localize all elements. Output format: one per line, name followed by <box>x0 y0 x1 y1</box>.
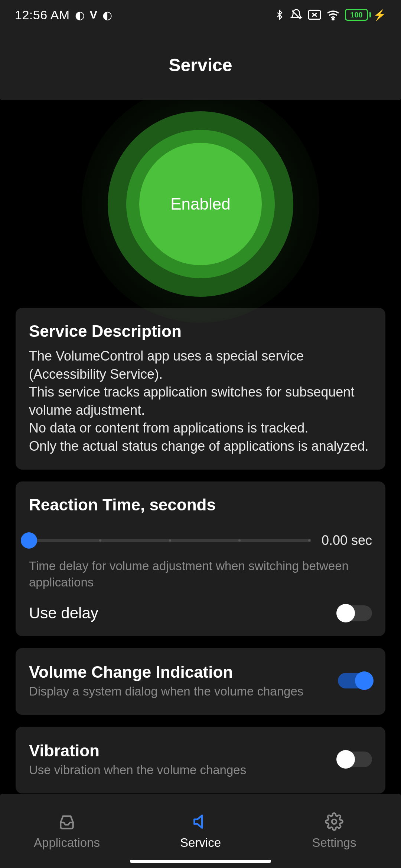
screen-icon <box>308 10 321 20</box>
use-delay-label: Use delay <box>29 604 98 622</box>
notification-dot2-icon: ◐ <box>102 9 112 22</box>
reaction-time-slider[interactable] <box>29 539 311 542</box>
volume-indication-title: Volume Change Indication <box>29 663 330 681</box>
header: Service <box>0 30 401 100</box>
battery-level: 100 <box>345 9 368 21</box>
vibration-toggle[interactable] <box>338 752 372 767</box>
status-notification-icons: ◐ V ◐ <box>75 9 112 22</box>
notification-dot-icon: ◐ <box>75 9 85 22</box>
vibration-card[interactable]: Vibration Use vibration when the volume … <box>16 727 385 793</box>
wifi-icon <box>326 9 340 20</box>
volume-indication-sub: Display a system dialog when the volume … <box>29 684 330 698</box>
service-status-orb[interactable]: Enabled <box>0 100 401 308</box>
nav-applications[interactable]: Applications <box>0 812 134 850</box>
nav-service-label: Service <box>180 836 221 850</box>
status-bar: 12:56 AM ◐ V ◐ 100 ⚡ <box>0 0 401 30</box>
bottom-nav: Applications Service Settings <box>0 794 401 868</box>
slider-thumb[interactable] <box>21 532 37 549</box>
service-description-card: Service Description The VolumeControl ap… <box>16 308 385 470</box>
reaction-time-value: 0.00 sec <box>322 533 372 548</box>
nav-service[interactable]: Service <box>134 812 267 850</box>
vibration-sub: Use vibration when the volume changes <box>29 763 330 777</box>
nav-settings[interactable]: Settings <box>267 812 401 850</box>
page-title: Service <box>169 55 232 75</box>
vibration-title: Vibration <box>29 742 330 760</box>
service-status-label: Enabled <box>170 195 230 213</box>
volume-indication-toggle[interactable] <box>338 673 372 688</box>
nav-applications-label: Applications <box>34 836 100 850</box>
inbox-icon <box>57 812 76 831</box>
reaction-time-title: Reaction Time, seconds <box>29 496 372 514</box>
home-indicator[interactable] <box>130 860 271 863</box>
service-description-title: Service Description <box>29 322 372 341</box>
nav-settings-label: Settings <box>312 836 356 850</box>
notification-v-icon: V <box>90 9 97 21</box>
battery-icon: 100 ⚡ <box>345 9 386 21</box>
reaction-time-card: Reaction Time, seconds 0.00 sec Time del… <box>16 481 385 636</box>
service-description-body: The VolumeControl app uses a special ser… <box>29 347 372 456</box>
status-time: 12:56 AM <box>15 8 70 22</box>
volume-indication-card[interactable]: Volume Change Indication Display a syste… <box>16 648 385 715</box>
svg-point-1 <box>332 19 334 20</box>
use-delay-toggle[interactable] <box>338 605 372 621</box>
charging-icon: ⚡ <box>373 9 386 21</box>
reaction-time-description: Time delay for volume adjustment when sw… <box>29 558 372 591</box>
speaker-icon <box>191 812 210 831</box>
svg-point-2 <box>332 819 337 824</box>
mute-icon <box>290 9 303 21</box>
bluetooth-icon <box>274 9 285 21</box>
gear-icon <box>325 812 344 831</box>
